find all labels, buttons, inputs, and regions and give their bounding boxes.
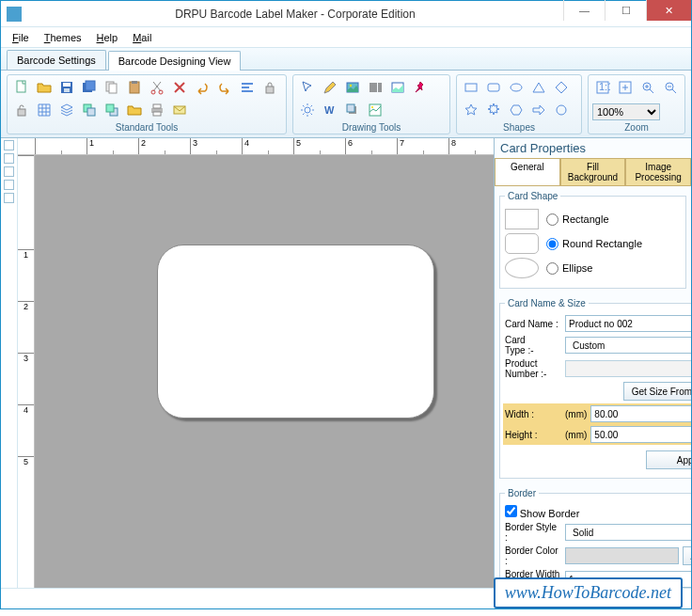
card-type-select[interactable]: Custom bbox=[565, 337, 691, 354]
show-border-check[interactable] bbox=[505, 505, 517, 517]
card-preview[interactable] bbox=[157, 245, 434, 419]
width-input[interactable] bbox=[590, 405, 691, 422]
zoom-select[interactable]: 100% bbox=[592, 103, 660, 120]
maximize-button[interactable]: ☐ bbox=[605, 0, 646, 21]
tab-barcode-settings[interactable]: Barcode Settings bbox=[7, 50, 106, 70]
save-all-icon[interactable] bbox=[79, 77, 100, 98]
menu-file[interactable]: File bbox=[5, 30, 37, 45]
gear-icon[interactable] bbox=[297, 100, 318, 120]
vertical-ruler: 12345 bbox=[18, 155, 35, 588]
zoom-out-icon[interactable] bbox=[660, 77, 681, 98]
shape-radio-rrect[interactable] bbox=[546, 238, 558, 250]
group-standard-label: Standard Tools bbox=[8, 122, 286, 134]
shadow-icon[interactable] bbox=[342, 100, 363, 120]
menu-help[interactable]: Help bbox=[89, 30, 126, 45]
shape-star-icon[interactable] bbox=[461, 100, 481, 120]
apply-button[interactable]: Apply bbox=[646, 450, 691, 469]
height-input[interactable] bbox=[590, 426, 691, 443]
redo-icon[interactable] bbox=[214, 77, 235, 98]
left-strip bbox=[1, 138, 18, 588]
group-zoom-label: Zoom bbox=[589, 122, 684, 134]
ptab-general[interactable]: General bbox=[495, 158, 560, 185]
back-icon[interactable] bbox=[102, 100, 122, 120]
barcode-icon[interactable] bbox=[365, 77, 385, 98]
shape-rrect-icon[interactable] bbox=[483, 77, 504, 98]
select-icon[interactable] bbox=[297, 77, 318, 98]
svg-point-36 bbox=[511, 84, 522, 91]
svg-rect-35 bbox=[488, 84, 499, 91]
prodnum-label: Product Number :- bbox=[505, 358, 561, 379]
save-icon[interactable] bbox=[56, 77, 77, 98]
shape-preview-rrect bbox=[505, 233, 539, 254]
border-style-select[interactable]: Solid bbox=[565, 524, 691, 541]
svg-rect-2 bbox=[63, 83, 71, 87]
paste-icon[interactable] bbox=[124, 77, 145, 98]
shape-legend: Card Shape bbox=[505, 191, 560, 201]
open-icon[interactable] bbox=[34, 77, 55, 98]
border-color-label: Border Color : bbox=[505, 545, 561, 566]
svg-point-33 bbox=[371, 106, 373, 108]
close-button[interactable]: ✕ bbox=[646, 0, 691, 21]
shape-rect-icon[interactable] bbox=[461, 77, 481, 98]
align-icon[interactable] bbox=[237, 77, 258, 98]
shape-burst-icon[interactable] bbox=[483, 100, 504, 120]
svg-text:W: W bbox=[324, 104, 335, 116]
border-style-label: Border Style : bbox=[505, 522, 561, 543]
height-label: Height : bbox=[505, 430, 561, 440]
shape-preview-ellipse bbox=[505, 258, 539, 278]
panel-title: Card Properties bbox=[495, 138, 691, 158]
shape-arrow-icon[interactable] bbox=[528, 100, 549, 120]
wordart-icon[interactable]: W bbox=[320, 100, 340, 120]
zoom-extent-icon[interactable] bbox=[615, 77, 636, 98]
image-icon[interactable] bbox=[342, 77, 363, 98]
shape-diamond-icon[interactable] bbox=[551, 77, 572, 98]
copy-icon[interactable] bbox=[102, 77, 122, 98]
border-color-picker-button[interactable]: ... bbox=[683, 546, 691, 565]
zoom-in-icon[interactable] bbox=[637, 77, 658, 98]
shape-hexagon-icon[interactable] bbox=[506, 100, 527, 120]
prodnum-select bbox=[565, 360, 691, 377]
grid-icon[interactable] bbox=[34, 100, 55, 120]
pencil-icon[interactable] bbox=[320, 77, 340, 98]
group-shapes-label: Shapes bbox=[457, 122, 581, 134]
namesize-legend: Card Name & Size bbox=[505, 298, 589, 308]
app-icon bbox=[7, 7, 22, 22]
pin-icon[interactable] bbox=[410, 77, 431, 98]
picture-icon[interactable] bbox=[365, 100, 385, 120]
print-icon[interactable] bbox=[147, 100, 167, 120]
menu-themes[interactable]: Themes bbox=[37, 30, 89, 45]
svg-rect-14 bbox=[242, 90, 253, 92]
photo-icon[interactable] bbox=[387, 77, 408, 98]
svg-rect-9 bbox=[132, 81, 137, 84]
border-color-swatch[interactable] bbox=[565, 547, 679, 564]
cut-icon[interactable] bbox=[147, 77, 167, 98]
svg-rect-18 bbox=[87, 108, 95, 116]
shape-triangle-icon[interactable] bbox=[528, 77, 549, 98]
minimize-button[interactable]: — bbox=[563, 0, 605, 21]
get-size-printer-button[interactable]: Get Size From Printer bbox=[623, 382, 691, 401]
shape-radio-ellipse[interactable] bbox=[546, 262, 558, 275]
card-name-input[interactable] bbox=[565, 315, 691, 332]
lock-icon[interactable] bbox=[260, 77, 280, 98]
new-icon[interactable] bbox=[11, 77, 32, 98]
unlock-icon[interactable] bbox=[11, 100, 32, 120]
layer-icon[interactable] bbox=[56, 100, 77, 120]
front-icon[interactable] bbox=[79, 100, 100, 120]
svg-text:1:1: 1:1 bbox=[599, 81, 610, 92]
svg-rect-13 bbox=[242, 87, 249, 88]
menu-mail[interactable]: Mail bbox=[125, 30, 159, 45]
delete-icon[interactable] bbox=[169, 77, 190, 98]
svg-rect-22 bbox=[153, 104, 161, 108]
mail-icon[interactable] bbox=[169, 100, 190, 120]
design-canvas[interactable] bbox=[35, 155, 494, 588]
folder-icon[interactable] bbox=[124, 100, 145, 120]
shape-ellipse-icon[interactable] bbox=[506, 77, 527, 98]
shape-radio-rect[interactable] bbox=[546, 213, 558, 226]
zoom-fit-icon[interactable]: 1:1 bbox=[592, 77, 613, 98]
group-drawing-label: Drawing Tools bbox=[293, 122, 449, 134]
tab-barcode-designing[interactable]: Barcode Designing View bbox=[108, 51, 242, 71]
ptab-fill[interactable]: Fill Background bbox=[560, 158, 626, 185]
undo-icon[interactable] bbox=[192, 77, 212, 98]
ptab-image[interactable]: Image Processing bbox=[625, 158, 691, 185]
shape-circle-icon[interactable] bbox=[551, 100, 572, 120]
